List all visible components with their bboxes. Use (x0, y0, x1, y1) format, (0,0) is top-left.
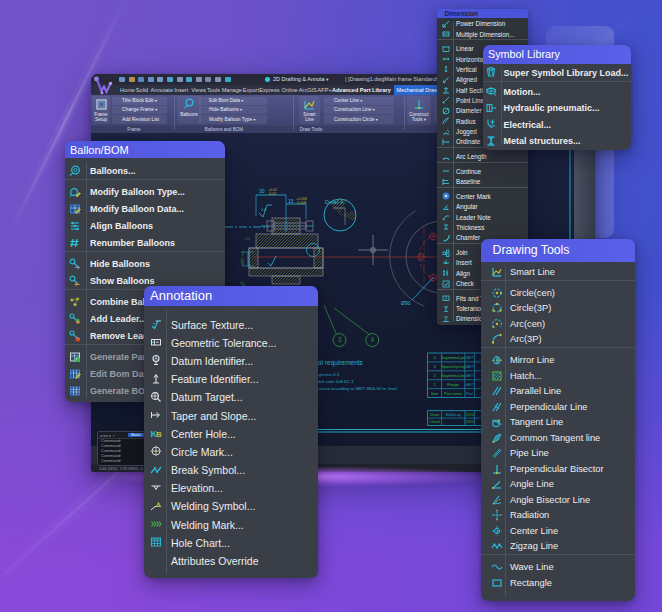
svg-text:GB/T: GB/T (465, 374, 475, 378)
svg-text:2020: 2020 (465, 420, 473, 424)
svg-text:Part: Part (466, 392, 474, 396)
svg-text:-0.008: -0.008 (296, 201, 306, 205)
svg-text:30: 30 (259, 188, 265, 194)
svg-text:B: B (156, 430, 162, 439)
svg-text:Ø90: Ø90 (401, 300, 411, 306)
svg-text:Segmental pin: Segmental pin (441, 374, 465, 378)
svg-text:3: 3 (434, 365, 436, 369)
svg-text:-0.02: -0.02 (268, 192, 276, 196)
svg-text:Wakkcay: Wakkcay (445, 413, 460, 417)
svg-text:Flange: Flange (447, 383, 459, 387)
svg-text:2020: 2020 (465, 413, 473, 417)
svg-text:GB/T: GB/T (465, 365, 475, 369)
svg-text:Detail A: Detail A (325, 199, 344, 205)
svg-text:Spacer/spring: Spacer/spring (441, 365, 464, 369)
svg-text:Draw: Draw (430, 413, 439, 417)
svg-text:3: 3 (338, 336, 342, 343)
svg-text:2: 2 (434, 374, 436, 378)
svg-text:4: 4 (434, 356, 436, 360)
svg-text:GB/T: GB/T (465, 383, 475, 387)
svg-text:4: 4 (370, 336, 374, 343)
svg-text:A: A (154, 357, 157, 362)
svg-text:GB/T: GB/T (465, 356, 475, 360)
svg-text:1: 1 (434, 383, 436, 387)
svg-text:Segmental pin: Segmental pin (441, 356, 465, 360)
svg-text:Check: Check (429, 420, 440, 424)
svg-text:Part name: Part name (444, 392, 462, 396)
svg-text:1.6: 1.6 (261, 207, 267, 212)
svg-text:Ø20 m6: Ø20 m6 (240, 250, 245, 265)
svg-text:C1: C1 (245, 236, 251, 241)
svg-text:Item: Item (431, 392, 438, 396)
svg-text:15: 15 (288, 198, 294, 204)
